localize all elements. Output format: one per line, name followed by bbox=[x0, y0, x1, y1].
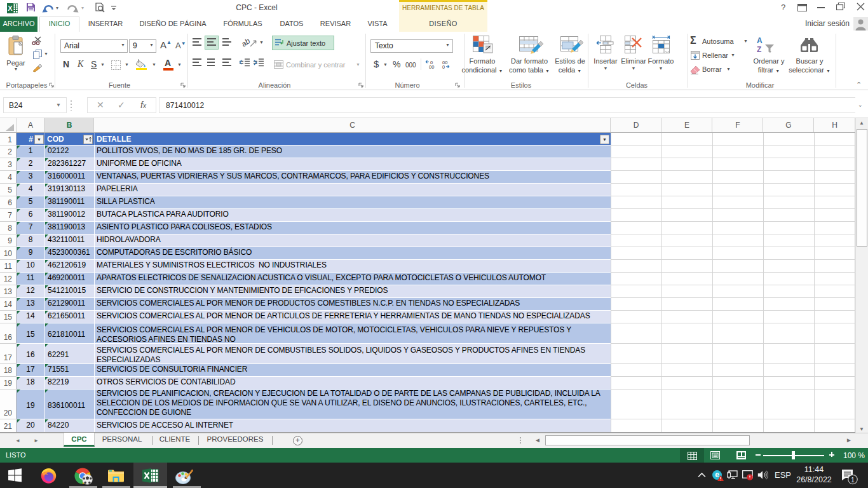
svg-text:0: 0 bbox=[442, 64, 445, 69]
svg-text:00: 00 bbox=[429, 64, 434, 69]
svg-text:X: X bbox=[8, 4, 13, 12]
svg-text:1: 1 bbox=[851, 476, 855, 484]
svg-text:A: A bbox=[757, 36, 763, 45]
svg-text:Z: Z bbox=[757, 45, 761, 53]
